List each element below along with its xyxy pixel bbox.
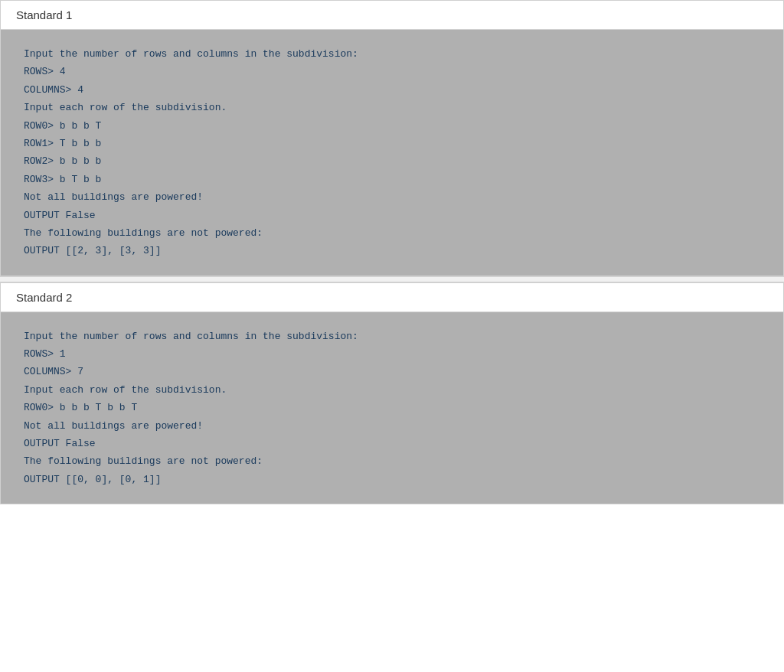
terminal-line: Input each row of the subdivision. — [24, 99, 760, 116]
terminal-line: ROW1> T b b b — [24, 135, 760, 152]
standard-2-terminal: Input the number of rows and columns in … — [1, 312, 783, 504]
standard-2-header: Standard 2 — [1, 283, 783, 312]
section-divider — [0, 276, 784, 282]
terminal-line: COLUMNS> 7 — [24, 363, 760, 380]
page-container: Standard 1Input the number of rows and c… — [0, 0, 784, 672]
terminal-line: OUTPUT [[0, 0], [0, 1]] — [24, 471, 760, 488]
terminal-line: Input the number of rows and columns in … — [24, 45, 760, 63]
terminal-line: COLUMNS> 4 — [24, 81, 760, 99]
terminal-line: ROW0> b b b T — [24, 117, 760, 135]
terminal-line: The following buildings are not powered: — [24, 452, 760, 470]
terminal-line: ROW0> b b b T b b T — [24, 399, 760, 416]
standard-2: Standard 2Input the number of rows and c… — [0, 282, 784, 505]
terminal-line: OUTPUT False — [24, 435, 760, 452]
terminal-line: ROW3> b T b b — [24, 171, 760, 188]
standard-1-header: Standard 1 — [1, 1, 783, 30]
terminal-line: OUTPUT [[2, 3], [3, 3]] — [24, 242, 760, 259]
terminal-line: Not all buildings are powered! — [24, 188, 760, 206]
terminal-line: ROW2> b b b b — [24, 152, 760, 170]
terminal-line: Input the number of rows and columns in … — [24, 328, 760, 345]
terminal-line: ROWS> 1 — [24, 345, 760, 363]
terminal-line: OUTPUT False — [24, 207, 760, 224]
terminal-line: ROWS> 4 — [24, 63, 760, 80]
standard-1-terminal: Input the number of rows and columns in … — [1, 30, 783, 276]
terminal-line: The following buildings are not powered: — [24, 224, 760, 242]
terminal-line: Input each row of the subdivision. — [24, 381, 760, 399]
standard-1: Standard 1Input the number of rows and c… — [0, 0, 784, 276]
terminal-line: Not all buildings are powered! — [24, 417, 760, 435]
